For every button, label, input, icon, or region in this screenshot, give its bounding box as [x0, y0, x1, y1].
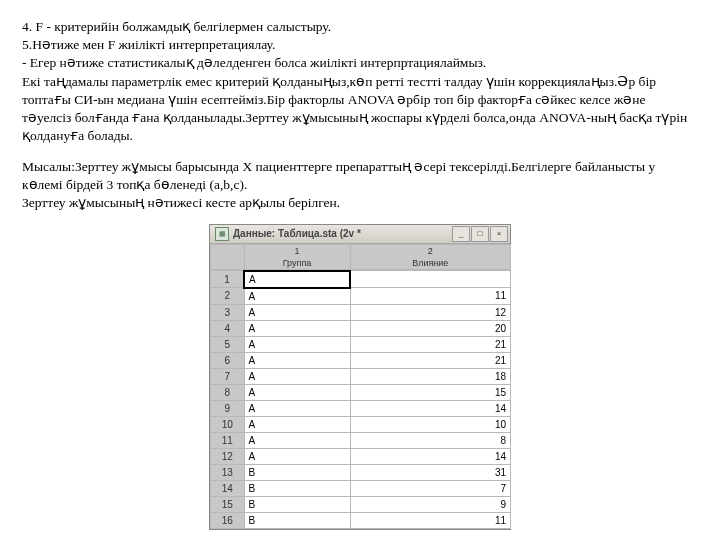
group-cell[interactable]: B [244, 512, 350, 528]
data-window: ▦ Данные: Таблица.sta (2v * _ □ × 1 Груп… [209, 224, 511, 530]
group-cell[interactable]: B [244, 496, 350, 512]
close-button[interactable]: × [490, 226, 508, 242]
group-cell[interactable]: B [244, 480, 350, 496]
text-block-2: Мысалы:Зерттеу жұмысы барысында Х пациен… [22, 158, 698, 213]
value-cell[interactable]: 11 [350, 512, 511, 528]
paragraph-2-line1: Мысалы:Зерттеу жұмысы барысында Х пациен… [22, 159, 655, 192]
group-cell[interactable]: A [244, 432, 350, 448]
col1-header[interactable]: 1 Группа [244, 245, 350, 270]
table-row: 16B11 [211, 512, 511, 528]
paragraph-2-line2: Зерттеу жұмысының нәтижесі кесте арқылы … [22, 195, 340, 210]
row-number[interactable]: 6 [211, 352, 245, 368]
window-titlebar: ▦ Данные: Таблица.sta (2v * _ □ × [210, 225, 510, 244]
table-row: 5A21 [211, 336, 511, 352]
table-row: 1A [211, 271, 511, 288]
row-number[interactable]: 3 [211, 304, 245, 320]
value-cell[interactable]: 12 [350, 304, 511, 320]
value-cell[interactable]: 14 [350, 400, 511, 416]
value-cell[interactable] [350, 271, 511, 288]
col2-header[interactable]: 2 Влияние [350, 245, 511, 270]
titlebar-left: ▦ Данные: Таблица.sta (2v * [212, 227, 361, 241]
value-cell[interactable]: 10 [350, 416, 511, 432]
value-cell[interactable]: 9 [350, 496, 511, 512]
row-number[interactable]: 15 [211, 496, 245, 512]
group-cell[interactable]: A [244, 320, 350, 336]
group-cell[interactable]: A [244, 288, 350, 305]
group-cell[interactable]: A [244, 416, 350, 432]
row-number[interactable]: 14 [211, 480, 245, 496]
maximize-button[interactable]: □ [471, 226, 489, 242]
col1-label: Группа [249, 257, 346, 269]
group-cell[interactable]: A [244, 368, 350, 384]
table-row: 9A14 [211, 400, 511, 416]
row-number[interactable]: 7 [211, 368, 245, 384]
row-number[interactable]: 10 [211, 416, 245, 432]
value-cell[interactable]: 21 [350, 352, 511, 368]
table-row: 10A10 [211, 416, 511, 432]
col2-label: Влияние [355, 257, 507, 269]
group-cell[interactable]: A [244, 304, 350, 320]
row-number[interactable]: 9 [211, 400, 245, 416]
value-cell[interactable]: 14 [350, 448, 511, 464]
value-cell[interactable]: 20 [350, 320, 511, 336]
grid-header-row: 1 Группа 2 Влияние [211, 245, 511, 270]
row-number[interactable]: 8 [211, 384, 245, 400]
value-cell[interactable]: 15 [350, 384, 511, 400]
paragraph-1-body: Екі таңдамалы параметрлік емес критерий … [22, 74, 687, 144]
table-row: 2A11 [211, 288, 511, 305]
line-dash: - Егер нәтиже статистикалық дәлелденген … [22, 55, 486, 70]
app-icon: ▦ [215, 227, 229, 241]
value-cell[interactable]: 18 [350, 368, 511, 384]
value-cell[interactable]: 11 [350, 288, 511, 305]
row-number[interactable]: 12 [211, 448, 245, 464]
value-cell[interactable]: 21 [350, 336, 511, 352]
row-number[interactable]: 11 [211, 432, 245, 448]
table-row: 7A18 [211, 368, 511, 384]
table-row: 15B9 [211, 496, 511, 512]
row-number[interactable]: 16 [211, 512, 245, 528]
embedded-screenshot: ▦ Данные: Таблица.sta (2v * _ □ × 1 Груп… [22, 224, 698, 530]
table-row: 13B31 [211, 464, 511, 480]
table-row: 4A20 [211, 320, 511, 336]
row-number[interactable]: 13 [211, 464, 245, 480]
group-cell[interactable]: A [244, 448, 350, 464]
minimize-button[interactable]: _ [452, 226, 470, 242]
corner-cell [211, 245, 245, 270]
window-controls: _ □ × [452, 226, 508, 242]
group-cell[interactable]: A [244, 400, 350, 416]
col1-number: 1 [249, 245, 346, 257]
table-row: 11A8 [211, 432, 511, 448]
value-cell[interactable]: 8 [350, 432, 511, 448]
col2-number: 2 [355, 245, 507, 257]
group-cell[interactable]: A [244, 336, 350, 352]
row-number[interactable]: 2 [211, 288, 245, 305]
line-4: 4. F - критерийін болжамдық белгілермен … [22, 19, 331, 34]
group-cell[interactable]: A [244, 271, 350, 288]
table-row: 14B7 [211, 480, 511, 496]
table-row: 6A21 [211, 352, 511, 368]
table-row: 8A15 [211, 384, 511, 400]
line-5: 5.Нәтиже мен F жиілікті интерпретациялау… [22, 37, 275, 52]
window-title: Данные: Таблица.sta (2v * [233, 227, 361, 241]
group-cell[interactable]: A [244, 384, 350, 400]
group-cell[interactable]: B [244, 464, 350, 480]
table-row: 3A12 [211, 304, 511, 320]
text-block-1: 4. F - критерийін болжамдық белгілермен … [22, 18, 698, 146]
row-number[interactable]: 4 [211, 320, 245, 336]
value-cell[interactable]: 7 [350, 480, 511, 496]
table-row: 12A14 [211, 448, 511, 464]
row-number[interactable]: 5 [211, 336, 245, 352]
group-cell[interactable]: A [244, 352, 350, 368]
row-number[interactable]: 1 [211, 271, 245, 288]
data-grid: 1 Группа 2 Влияние 1A2A113A124A205A216A2… [210, 244, 511, 529]
value-cell[interactable]: 31 [350, 464, 511, 480]
